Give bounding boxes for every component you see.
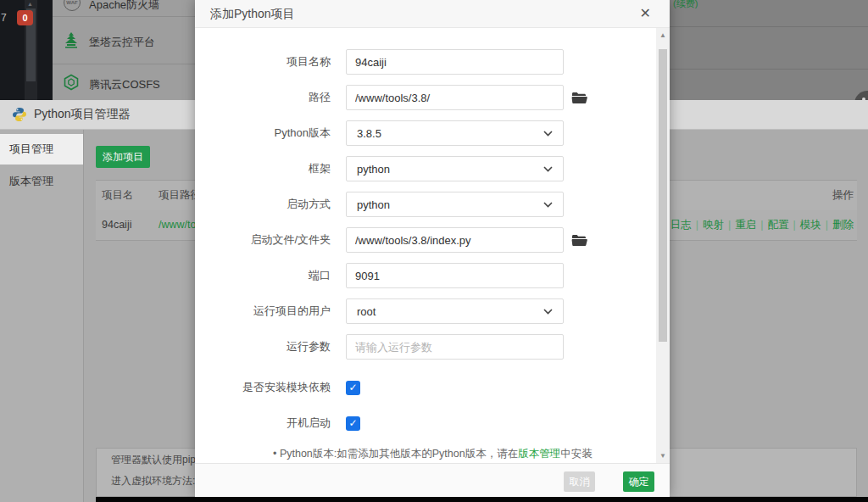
close-icon[interactable]: ✕ (640, 5, 651, 21)
help-line-1: 管理器默认使用pip (111, 453, 196, 467)
dialog-footer: 取消 确定 (195, 463, 670, 497)
menu-item-bt-cloud[interactable]: 堡塔云控平台 (89, 35, 155, 50)
action-delete[interactable]: 删除 (832, 219, 854, 231)
col-actions: 操作 (832, 181, 854, 210)
field-framework: 框架 python (195, 156, 656, 181)
screen: 7 ▲ 0 WAF Apache防火墙 堡塔云控平台 腾讯 (0, 0, 868, 502)
action-log[interactable]: 日志 (670, 219, 692, 231)
menu-item-apache-firewall[interactable]: Apache防火墙 (89, 0, 159, 13)
version-manage-link[interactable]: 版本管理 (518, 448, 560, 460)
field-python-version: Python版本 3.8.5 (195, 120, 656, 146)
start-mode-select[interactable]: python (346, 192, 564, 217)
divider (53, 64, 195, 64)
software-list-area: (续费) (670, 0, 868, 100)
divider (53, 16, 195, 17)
renew-link[interactable]: (续费) (673, 0, 698, 10)
waf-icon: WAF (64, 0, 81, 11)
dialog-body: 项目名称 路径 Python版本 3.8.5 (195, 28, 656, 463)
run-user-select[interactable]: root (346, 298, 564, 324)
action-config[interactable]: 配置 (768, 219, 789, 231)
dialog-title: 添加Python项目 (210, 7, 295, 22)
field-install-deps: 是否安装模块依赖 ✓ (195, 380, 656, 395)
chevron-down-icon (543, 131, 553, 137)
field-autostart: 开机启动 ✓ (195, 416, 656, 431)
hexagon-box-icon (63, 74, 80, 94)
version-note: • Python版本:如需添加其他版本的Python版本，请在版本管理中安装 (195, 447, 656, 461)
window-sidebar: 项目管理 版本管理 (0, 130, 84, 502)
dialog-scrollbar[interactable]: ▲ ▼ (656, 28, 670, 463)
add-python-project-dialog: 添加Python项目 ✕ 项目名称 路径 Python版本 (195, 0, 670, 497)
chevron-down-icon (543, 202, 553, 208)
row-actions: 日志|映射|重启|配置|模块|删除 (670, 210, 854, 240)
port-input[interactable] (346, 263, 564, 288)
field-run-user: 运行项目的用户 root (195, 298, 656, 324)
scroll-up-icon[interactable]: ▲ (656, 31, 670, 39)
plugin-menu-panel: WAF Apache防火墙 堡塔云控平台 腾讯云COSFS (53, 0, 195, 100)
chevron-down-icon (543, 309, 553, 315)
framework-select[interactable]: python (346, 156, 564, 181)
python-logo-icon (12, 107, 27, 122)
field-path: 路径 (195, 85, 656, 110)
scroll-thumb[interactable] (659, 49, 667, 342)
project-name-input[interactable] (346, 49, 564, 75)
divider (670, 26, 868, 27)
nav-item-version-manage[interactable]: 版本管理 (0, 166, 83, 197)
run-args-input[interactable] (346, 334, 564, 360)
confirm-button[interactable]: 确定 (623, 471, 654, 492)
window-title: Python项目管理器 (34, 107, 131, 122)
col-project-name: 项目名 (102, 181, 134, 210)
autostart-checkbox[interactable]: ✓ (346, 416, 360, 431)
folder-picker-icon[interactable] (571, 92, 587, 104)
field-project-name: 项目名称 (195, 49, 656, 75)
nav-item-project-manage[interactable]: 项目管理 (0, 134, 83, 165)
chevron-down-icon (543, 166, 553, 172)
action-mapping[interactable]: 映射 (703, 219, 724, 231)
install-deps-checkbox[interactable]: ✓ (346, 381, 360, 395)
dialog-header: 添加Python项目 ✕ (195, 0, 670, 28)
action-restart[interactable]: 重启 (735, 219, 756, 231)
folder-picker-icon[interactable] (571, 234, 587, 247)
project-name-cell: 94caiji (102, 210, 131, 240)
cancel-button[interactable]: 取消 (564, 471, 595, 492)
notification-badge: 0 (17, 10, 33, 25)
field-run-args: 运行参数 (195, 334, 656, 360)
help-line-2: 进入虚拟环境方法: (111, 474, 195, 488)
field-start-file: 启动文件/文件夹 (195, 227, 656, 253)
project-path-link[interactable]: /www/to (159, 210, 196, 240)
pagoda-icon (63, 31, 80, 52)
menu-item-cosfs[interactable]: 腾讯云COSFS (89, 77, 160, 92)
python-version-select[interactable]: 3.8.5 (346, 120, 564, 146)
sidebar-number: 7 (1, 12, 7, 24)
scroll-up-icon[interactable]: ▲ (27, 1, 33, 7)
add-project-button[interactable]: 添加项目 (96, 146, 150, 168)
field-start-mode: 启动方式 python (195, 192, 656, 217)
scroll-down-icon[interactable]: ▼ (656, 452, 670, 460)
start-file-input[interactable] (346, 227, 564, 253)
divider (670, 69, 868, 70)
bottom-edge-bar (96, 497, 868, 502)
path-input[interactable] (346, 85, 564, 110)
field-port: 端口 (195, 263, 656, 288)
action-module[interactable]: 模块 (800, 219, 821, 231)
